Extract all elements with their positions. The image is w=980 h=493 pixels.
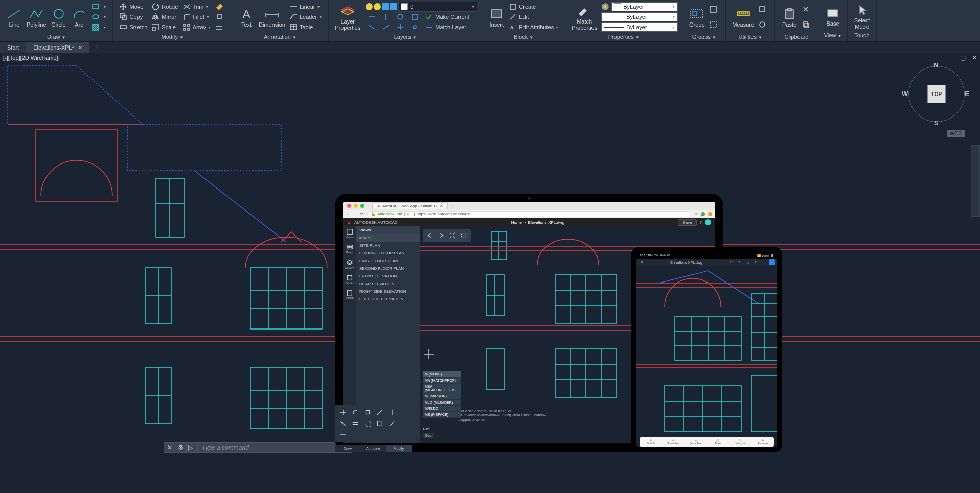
move-tool[interactable]: Move bbox=[117, 2, 149, 12]
linear-tool[interactable]: Linear▼ bbox=[287, 2, 324, 12]
tablet-tool-annotate[interactable]: AAnnotate bbox=[751, 437, 774, 447]
layers-panel-label[interactable]: Layers▼ bbox=[333, 32, 477, 41]
select-mode-tool[interactable]: Select Mode bbox=[852, 2, 872, 31]
layer-btn-7[interactable] bbox=[394, 22, 408, 32]
circle-tool[interactable]: Circle bbox=[49, 6, 69, 29]
esc-button[interactable]: Esc bbox=[423, 433, 434, 438]
match-layer[interactable]: Match Layer bbox=[423, 22, 468, 32]
view-item[interactable]: SITE PLAN bbox=[356, 242, 420, 249]
side-prop[interactable]: Prop. bbox=[345, 244, 354, 255]
copy-tool[interactable]: Copy bbox=[117, 12, 149, 22]
view-item[interactable]: GROUND FLOOR PLAN bbox=[356, 249, 420, 257]
base-tool[interactable]: Base bbox=[823, 5, 843, 28]
layer-btn-8[interactable] bbox=[408, 22, 423, 32]
drawing-canvas[interactable]: [-][Top][2D Wireframe] — ▢ ✕ TOP bbox=[0, 53, 980, 453]
edit-attributes[interactable]: aEdit Attributes▼ bbox=[507, 22, 561, 32]
table-tool[interactable]: Table bbox=[287, 22, 324, 32]
tablet-tool-sketch[interactable]: ✎Sketch bbox=[640, 437, 662, 447]
match-properties[interactable]: Match Properties bbox=[569, 3, 599, 32]
wtb-undo[interactable] bbox=[362, 419, 373, 428]
tab-file[interactable]: Elevations-XPL*✕ bbox=[26, 42, 89, 53]
erase-tool[interactable] bbox=[213, 2, 227, 12]
leader-tool[interactable]: Leader▼ bbox=[287, 12, 324, 22]
copy-clip-btn[interactable] bbox=[800, 19, 814, 30]
fillet-tool[interactable]: Fillet▼ bbox=[180, 12, 213, 22]
wtb-offset[interactable] bbox=[350, 419, 360, 428]
view-item[interactable]: LEFT SIDE ELEVATION bbox=[356, 295, 420, 303]
paste-tool[interactable]: Paste bbox=[779, 6, 800, 29]
viewcube-top[interactable]: TOP bbox=[927, 85, 946, 103]
mac-close-icon[interactable] bbox=[347, 204, 351, 208]
prop-lineweight[interactable]: ByLayer▼ bbox=[601, 12, 678, 21]
tablet-redo-icon[interactable]: ↷ bbox=[736, 259, 742, 265]
layer-btn-4[interactable] bbox=[408, 12, 423, 22]
layer-btn-1[interactable] bbox=[366, 12, 380, 22]
group-tool[interactable]: Group bbox=[687, 6, 707, 29]
polyline-tool[interactable]: Polyline bbox=[25, 6, 49, 29]
layer-current-selector[interactable]: 0▼ bbox=[398, 2, 477, 12]
layer-btn-2[interactable] bbox=[380, 12, 394, 22]
viewcube-s[interactable]: S bbox=[934, 119, 939, 127]
wtb-move[interactable] bbox=[343, 408, 348, 417]
stretch-tool[interactable]: Stretch bbox=[117, 22, 149, 32]
view-item[interactable]: FRONT ELEVATION bbox=[356, 272, 420, 280]
rotate-tool[interactable]: Rotate bbox=[149, 2, 180, 12]
browser-tab[interactable]: ▲AutoCAD Web App - Online C✕ bbox=[372, 202, 448, 209]
suggestion-item[interactable]: MLD (MLEADER) bbox=[423, 400, 461, 406]
wtb-erase[interactable] bbox=[387, 419, 397, 428]
star-icon[interactable]: ☆ bbox=[694, 212, 698, 216]
back-icon[interactable]: ← bbox=[346, 212, 350, 216]
edit-block[interactable]: Edit bbox=[507, 12, 561, 22]
suggestion-item[interactable]: MEA (MEASUREGEOM) bbox=[423, 384, 461, 393]
cmd-close[interactable]: ✕ bbox=[164, 442, 175, 453]
viewcube-e[interactable]: E bbox=[965, 90, 969, 98]
line-tool[interactable]: Line bbox=[4, 6, 25, 29]
make-current[interactable]: Make Current bbox=[423, 12, 471, 22]
ext-icon-2[interactable] bbox=[708, 212, 712, 216]
scale-tool[interactable]: Scale bbox=[149, 22, 180, 32]
side-views[interactable]: Views bbox=[345, 228, 354, 240]
tablet-tool-quicktrim[interactable]: ✂Quick Trim bbox=[685, 437, 707, 447]
layer-btn-3[interactable] bbox=[394, 12, 408, 22]
annotation-panel-label[interactable]: Annotation▼ bbox=[236, 32, 324, 41]
modify-panel-label[interactable]: Modify▼ bbox=[117, 32, 227, 41]
wtb-trim[interactable] bbox=[343, 419, 348, 428]
view-item[interactable]: REAR ELEVATION bbox=[356, 280, 420, 288]
layer-btn-6[interactable] bbox=[380, 22, 394, 32]
wtb-redo[interactable] bbox=[375, 419, 385, 428]
hatch-tool[interactable]: ▼ bbox=[89, 22, 109, 32]
cmd-customize[interactable]: ⚙ bbox=[175, 442, 187, 453]
tablet-action-icon[interactable]: ▫ bbox=[769, 259, 775, 265]
tablet-more-icon[interactable]: ⋯ bbox=[761, 259, 767, 265]
utilities-panel-label[interactable]: Utilities▼ bbox=[730, 32, 770, 41]
ext-icon-1[interactable] bbox=[701, 212, 705, 216]
explode-tool[interactable] bbox=[213, 12, 227, 22]
view-item[interactable]: Model bbox=[356, 234, 420, 242]
trim-tool[interactable]: Trim▼ bbox=[180, 2, 213, 12]
arc-tool[interactable]: Arc bbox=[69, 6, 89, 29]
tab-start[interactable]: Start bbox=[0, 42, 26, 53]
measure-tool[interactable]: Measure bbox=[730, 6, 756, 29]
suggestion-item[interactable]: MI (MIRROR) bbox=[423, 393, 461, 400]
array-tool[interactable]: Array▼ bbox=[180, 22, 213, 32]
viewcube-n[interactable]: N bbox=[933, 61, 938, 69]
save-button[interactable]: Save bbox=[678, 219, 696, 226]
util-btn-1[interactable] bbox=[756, 4, 770, 14]
breadcrumb[interactable]: Home › Elevations-XPL.dwg bbox=[511, 220, 565, 225]
viewcube[interactable]: TOP N S E W bbox=[906, 63, 967, 125]
help-icon[interactable]: ? bbox=[700, 220, 702, 225]
tablet-close-icon[interactable]: ✕ bbox=[639, 259, 645, 265]
suggestion-item[interactable]: M (MOVE) bbox=[423, 371, 461, 378]
tablet-tool-measure[interactable]: 📏Measure bbox=[729, 437, 751, 447]
offset-tool[interactable] bbox=[213, 22, 227, 32]
wtb-mirror[interactable] bbox=[387, 408, 397, 417]
close-icon[interactable]: ✕ bbox=[78, 45, 82, 51]
suggestion-item[interactable]: MA (MATCHPROP) bbox=[423, 378, 461, 384]
tab-new[interactable]: + bbox=[89, 42, 105, 53]
mac-max-icon[interactable] bbox=[360, 204, 364, 208]
block-panel-label[interactable]: Block▼ bbox=[486, 32, 561, 41]
tablet-canvas[interactable] bbox=[636, 266, 777, 434]
web-command-input[interactable]: > m bbox=[423, 427, 430, 431]
draw-panel-label[interactable]: Draw▼ bbox=[4, 32, 108, 41]
cut-btn[interactable] bbox=[800, 4, 814, 14]
